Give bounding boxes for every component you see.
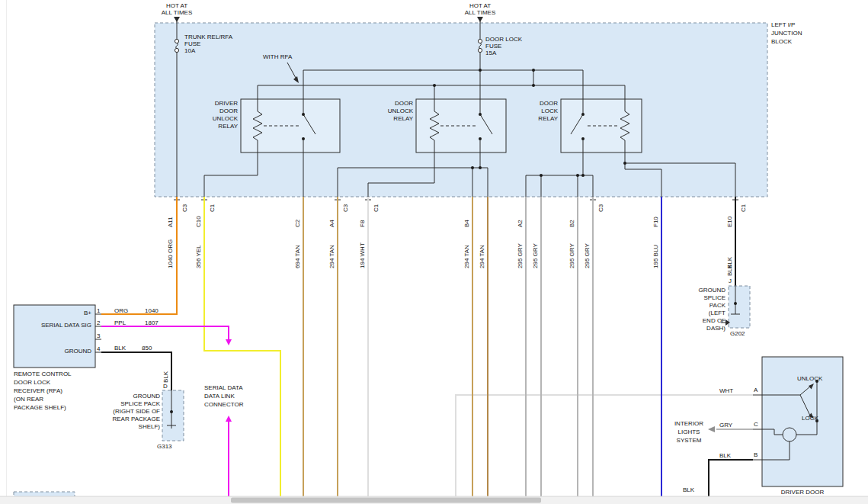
wiring-diagram: HOT AT ALL TIMES HOT AT ALL TIMES TRUNK …: [0, 0, 868, 504]
fuse2-rating: 15A: [485, 50, 496, 57]
g202-caption-5: END OF: [686, 317, 725, 325]
g313-caption-4: REAR PACKAGE: [90, 416, 160, 423]
wire10-circuit: 295 GRY: [583, 227, 591, 268]
receiver-caption-3: RECEIVER (RFA): [14, 387, 62, 395]
wire1040-circuit: 1040: [145, 307, 159, 315]
g313-wire-color: BLK: [162, 360, 170, 383]
wire5-circuit: 294 TAN: [463, 227, 471, 268]
wire-1807-ppl-upper: [101, 326, 229, 339]
junction-title-line2: JUNCTION: [771, 30, 802, 37]
wire9-circuit: 295 GRY: [568, 227, 576, 268]
g202-caption-1: GROUND: [686, 287, 725, 294]
wire11-terminal: F10: [652, 210, 660, 227]
scrollbar-thumb[interactable]: [231, 498, 541, 503]
wire1807-color: PPL: [114, 319, 126, 327]
wire8-circuit: 295 GRY: [531, 227, 540, 268]
g202-id: G202: [730, 330, 745, 338]
g202-wire-color: BLK: [725, 261, 734, 276]
door-pin-c: C: [754, 421, 758, 429]
hot-feed-left-arrow-icon: [174, 17, 180, 22]
wire0-connector: C3: [181, 197, 189, 212]
wire0-terminal: A11: [166, 210, 175, 227]
door-blk-label: BLK: [719, 452, 731, 460]
receiver-caption-5: PACKAGE SHELF): [14, 404, 66, 412]
serial-data-up-arrow-icon: [226, 416, 232, 422]
receiver-pin3-number: 3: [97, 332, 100, 340]
relay1-caption-3: UNLOCK: [191, 115, 238, 123]
scrollbar: [0, 496, 868, 504]
door-blk2-label: BLK: [683, 486, 694, 494]
junction-title-line1: LEFT I/P: [771, 21, 795, 29]
g313-caption-1: GROUND: [90, 393, 160, 400]
relay3-caption-3: RELAY: [511, 115, 558, 123]
door-lock-relay: [561, 99, 642, 152]
with-rfa-label: WITH RFA: [263, 53, 292, 61]
receiver-caption-4: (ON REAR: [14, 396, 43, 403]
g202-caption-2: SPLICE: [686, 294, 725, 302]
door-wht-label: WHT: [719, 387, 733, 395]
wire1-terminal: C10: [194, 210, 203, 227]
relay3-caption-1: DOOR: [511, 100, 558, 108]
g313-caption-2: SPLICE PACK: [90, 400, 160, 408]
wire5-terminal: B4: [463, 210, 471, 227]
door-unlock-relay: [416, 99, 506, 152]
g313-terminal: D: [163, 383, 168, 390]
junction-block: [155, 17, 767, 200]
interior-lights-line2: LIGHTS: [668, 429, 710, 436]
serial-link-caption-3: CONNECTOR: [204, 401, 243, 409]
wire1807-circuit: 1807: [145, 319, 159, 327]
relay2-caption-3: RELAY: [366, 115, 413, 123]
wire12-connector: C1: [739, 197, 748, 212]
receiver-pin4-number: 4: [97, 345, 100, 353]
serial-link-caption-1: SERIAL DATA: [204, 384, 243, 392]
wire1040-color: ORG: [114, 307, 128, 315]
wire850-circuit: 850: [142, 345, 152, 352]
relay1-caption-2: DOOR: [191, 108, 238, 115]
receiver-pin2-number: 2: [97, 319, 100, 327]
receiver-pin2-label: SERIAL DATA SIG: [21, 322, 91, 329]
door-pin-a: A: [754, 387, 757, 394]
door-unlock-label: UNLOCK: [797, 375, 822, 383]
receiver-caption-1: REMOTE CONTROL: [14, 371, 72, 378]
wire9-terminal: B2: [568, 210, 576, 227]
wire850-color: BLK: [114, 345, 126, 352]
relay1-caption-1: DRIVER: [191, 100, 238, 108]
hot-left-line2: ALL TIMES: [150, 9, 203, 17]
wire4-terminal: F8: [358, 210, 367, 227]
wire6-circuit: 294 TAN: [478, 227, 486, 268]
wire7-circuit: 295 GRY: [516, 227, 524, 268]
relay2-caption-2: UNLOCK: [366, 108, 413, 115]
serial-link-caption-2: DATA LINK: [204, 393, 235, 400]
receiver-pin1-number: 1: [97, 307, 100, 315]
g313-splice-pack: [162, 390, 184, 441]
door-pin-b: B: [754, 451, 757, 459]
wire4-circuit: 194 WHT: [358, 227, 367, 268]
wire3-circuit: 294 TAN: [328, 227, 336, 268]
door-lock-label: LOCK: [802, 415, 818, 422]
serial-data-down-arrow-icon: [226, 339, 232, 345]
g202-caption-6: DASH): [686, 325, 725, 332]
wire0-circuit: 1040 ORG: [166, 227, 175, 268]
hot-feed-right-arrow-icon: [477, 17, 483, 22]
driver-door-unlock-relay: [241, 99, 340, 152]
wire7-terminal: A2: [516, 210, 524, 227]
door-caption: DRIVER DOOR: [762, 489, 843, 496]
junction-title-line3: BLOCK: [771, 38, 792, 46]
g313-caption-3: (RIGHT SIDE OF: [90, 408, 160, 416]
relay3-caption-2: LOCK: [511, 108, 558, 115]
wire4-connector: C1: [372, 197, 380, 212]
wire1-circuit: 356 YEL: [194, 227, 203, 268]
g202-caption-4: (LEFT: [686, 310, 725, 317]
wire3-terminal: A4: [328, 210, 336, 227]
interior-lights-line1: INTERIOR: [668, 420, 710, 428]
g202-terminal: J: [729, 278, 732, 285]
g313-id: G313: [157, 443, 172, 451]
g202-caption-3: PACK: [686, 302, 725, 310]
receiver-pin1-label: B+: [69, 310, 91, 317]
receiver-pin4-label: GROUND: [44, 348, 91, 355]
wire3-connector: C3: [341, 197, 350, 212]
wire-blk-door-ground: [709, 460, 753, 496]
wire12-terminal: E10: [725, 210, 734, 227]
g313-caption-5: SHELF): [90, 423, 160, 431]
door-gry-label: GRY: [719, 422, 732, 429]
